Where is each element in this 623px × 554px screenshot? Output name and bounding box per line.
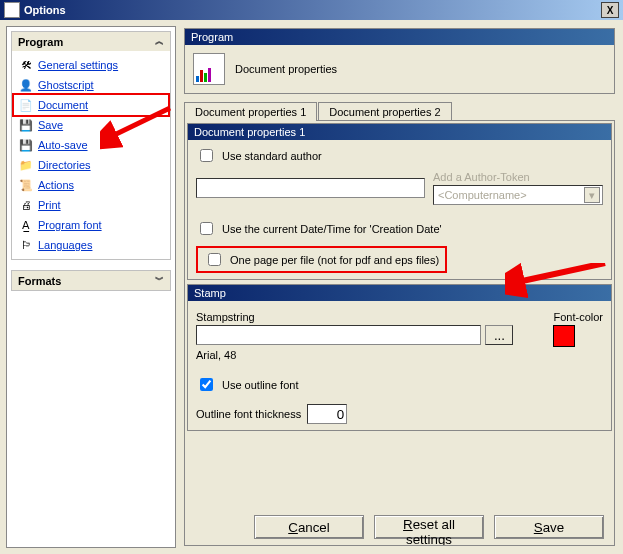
sidebar-item-program-font[interactable]: A̲Program font — [14, 215, 168, 235]
font-color-label: Font-color — [553, 311, 603, 323]
document-properties-section-title: Document properties 1 — [188, 124, 611, 140]
chevron-down-icon: ▾ — [584, 187, 600, 203]
sidebar-item-general-settings[interactable]: 🛠General settings — [14, 55, 168, 75]
use-standard-author-checkbox[interactable]: Use standard author — [196, 146, 322, 165]
header-desc: Document properties — [235, 63, 337, 75]
tab-document-properties-1[interactable]: Document properties 1 — [184, 102, 317, 121]
use-current-date-checkbox[interactable]: Use the current Date/Time for 'Creation … — [196, 219, 442, 238]
stampstring-input[interactable] — [196, 325, 481, 345]
sidebar-item-document[interactable]: 📄Document — [14, 95, 168, 115]
stamp-font-desc: Arial, 48 — [196, 349, 513, 361]
title-bar: Options X — [0, 0, 623, 20]
sidebar: Program ︽ 🛠General settings 👤Ghostscript… — [6, 26, 176, 548]
document-properties-section: Document properties 1 Use standard autho… — [187, 123, 612, 280]
outline-thickness-label: Outline font thickness — [196, 408, 301, 420]
cancel-button[interactable]: CCancelancel — [254, 515, 364, 539]
stampstring-browse-button[interactable]: ... — [485, 325, 513, 345]
gear-icon: 🛠 — [18, 57, 34, 73]
stamp-section: Stamp Stampstring ... Arial, 48 Font — [187, 284, 612, 431]
sidebar-item-actions[interactable]: 📜Actions — [14, 175, 168, 195]
expand-icon: ︾ — [155, 274, 164, 287]
sidebar-formats-header[interactable]: Formats ︾ — [12, 271, 170, 290]
tab-document-properties-2[interactable]: Document properties 2 — [318, 102, 451, 121]
floppy-icon: 💾 — [18, 137, 34, 153]
author-token-dropdown[interactable]: <Computername> ▾ — [433, 185, 603, 205]
outline-thickness-input[interactable] — [307, 404, 347, 424]
close-button[interactable]: X — [601, 2, 619, 18]
dialog-buttons: CCancelancel Reset all settingsReset all… — [185, 505, 614, 545]
app-icon — [4, 2, 20, 18]
ghost-icon: 👤 — [18, 77, 34, 93]
author-input[interactable] — [196, 178, 425, 198]
window-title: Options — [24, 4, 66, 16]
font-icon: A̲ — [18, 217, 34, 233]
font-color-swatch[interactable] — [553, 325, 575, 347]
tab-strip: Document properties 1 Document propertie… — [184, 102, 615, 121]
collapse-icon: ︽ — [155, 35, 164, 48]
sidebar-program-title: Program — [18, 36, 63, 48]
sidebar-item-directories[interactable]: 📁Directories — [14, 155, 168, 175]
sidebar-item-print[interactable]: 🖨Print — [14, 195, 168, 215]
sidebar-program-header[interactable]: Program ︽ — [12, 32, 170, 51]
floppy-icon: 💾 — [18, 117, 34, 133]
main-panel: Program Document properties Document pro… — [182, 26, 617, 548]
stamp-section-title: Stamp — [188, 285, 611, 301]
sidebar-formats-title: Formats — [18, 275, 61, 287]
folder-icon: 📁 — [18, 157, 34, 173]
main-panel-body: Document properties 1 Use standard autho… — [184, 120, 615, 546]
sidebar-item-save[interactable]: 💾Save — [14, 115, 168, 135]
printer-icon: 🖨 — [18, 197, 34, 213]
document-properties-icon — [193, 53, 225, 85]
sidebar-item-auto-save[interactable]: 💾Auto-save — [14, 135, 168, 155]
reset-button[interactable]: Reset all settingsReset all settings — [374, 515, 484, 539]
author-token-label: Add a Author-Token — [433, 171, 603, 183]
document-icon: 📄 — [18, 97, 34, 113]
one-page-per-file-checkbox[interactable]: One page per file (not for pdf and eps f… — [204, 250, 439, 269]
program-header-title: Program — [185, 29, 614, 45]
program-header-group: Program Document properties — [184, 28, 615, 94]
stampstring-label: Stampstring — [196, 311, 513, 323]
flag-icon: 🏳 — [18, 237, 34, 253]
script-icon: 📜 — [18, 177, 34, 193]
save-button[interactable]: SaveSave — [494, 515, 604, 539]
use-outline-font-checkbox[interactable]: Use outline font — [196, 375, 298, 394]
sidebar-item-languages[interactable]: 🏳Languages — [14, 235, 168, 255]
sidebar-item-ghostscript[interactable]: 👤Ghostscript — [14, 75, 168, 95]
